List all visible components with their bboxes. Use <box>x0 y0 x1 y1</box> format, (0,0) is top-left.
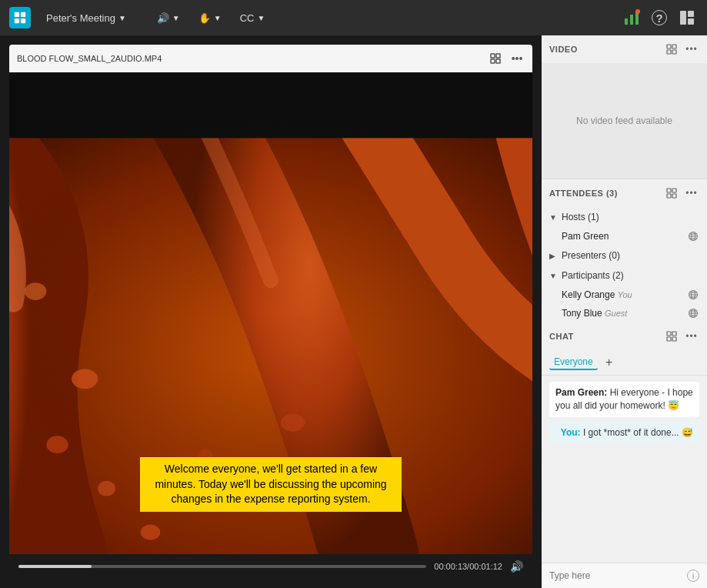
svg-rect-0 <box>15 12 19 17</box>
chat-sender-pam: Pam Green: <box>555 387 610 398</box>
chat-expand-icon[interactable] <box>664 329 679 344</box>
svg-rect-27 <box>672 45 676 48</box>
attendee-web-icon-tony <box>687 307 699 319</box>
chat-info-icon[interactable]: i <box>687 570 699 582</box>
cc-btn[interactable]: CC ▼ <box>234 9 272 27</box>
chat-add-tab-btn[interactable]: + <box>602 356 616 369</box>
chat-title: CHAT <box>549 332 574 341</box>
attendee-pam-green: Pam Green <box>542 227 707 246</box>
chat-message-self: You: I got *most* of it done... 😅 <box>549 422 699 444</box>
chat-input[interactable] <box>549 570 682 581</box>
svg-rect-33 <box>672 194 676 198</box>
video-placeholder: No video feed available <box>542 63 707 179</box>
video-more-icon[interactable]: ••• <box>684 42 699 57</box>
chat-header-icons: ••• <box>664 329 699 344</box>
participants-group-title: Participants (2) <box>562 270 624 281</box>
participants-group-header[interactable]: ▼ Participants (2) <box>542 266 707 286</box>
more-options-icon[interactable]: ••• <box>509 51 525 66</box>
svg-rect-31 <box>672 189 676 192</box>
attendees-section: ATTENDEES (3) ••• ▼ <box>542 179 707 322</box>
svg-rect-4 <box>625 18 628 25</box>
svg-rect-32 <box>667 194 671 198</box>
left-panel: BLOOD FLOW_SMALL_2AUDIO.MP4 ••• <box>0 35 542 588</box>
chat-section-header: CHAT ••• <box>542 322 707 350</box>
presenters-group-title: Presenters (0) <box>562 250 620 261</box>
svg-rect-5 <box>630 15 633 25</box>
svg-rect-26 <box>667 45 671 48</box>
hosts-group-title: Hosts (1) <box>562 212 599 222</box>
svg-rect-11 <box>491 54 495 58</box>
audio-btn[interactable]: 🔊 ▼ <box>151 9 186 27</box>
svg-rect-1 <box>21 12 25 17</box>
stats-icon[interactable] <box>621 7 642 28</box>
video-section-header: VIDEO ••• <box>542 35 707 63</box>
video-progress-fill <box>18 565 92 568</box>
attendees-section-header: ATTENDEES (3) ••• <box>542 179 707 207</box>
attendee-web-icon-pam <box>687 230 699 242</box>
chat-input-area: i <box>542 563 707 588</box>
svg-rect-50 <box>672 332 676 336</box>
help-icon[interactable]: ? <box>649 7 670 28</box>
svg-rect-2 <box>15 18 19 23</box>
video-header-controls: ••• <box>488 51 525 66</box>
cc-chevron-icon: ▼ <box>257 14 265 22</box>
svg-rect-12 <box>496 54 500 58</box>
svg-rect-3 <box>21 18 25 23</box>
svg-rect-29 <box>672 50 676 54</box>
attendee-name-tony: Tony Blue Guest <box>562 308 627 319</box>
attendees-expand-icon[interactable] <box>664 185 679 201</box>
chat-section: CHAT ••• Everyone + <box>542 322 707 588</box>
video-header-icons: ••• <box>664 42 699 57</box>
svg-rect-52 <box>672 337 676 341</box>
chat-sender-self: You: <box>561 427 583 438</box>
video-display: Welcome everyone, we'll get started in a… <box>9 72 532 554</box>
hand-icon: ✋ <box>198 12 211 24</box>
cc-label: CC <box>240 12 255 24</box>
presenters-group-header[interactable]: ▶ Presenters (0) <box>542 246 707 266</box>
chat-tab-everyone[interactable]: Everyone <box>549 355 598 370</box>
attendees-more-icon[interactable]: ••• <box>684 185 699 201</box>
video-expand-icon[interactable] <box>664 42 679 57</box>
meeting-title-chevron: ▼ <box>118 14 126 22</box>
svg-rect-49 <box>667 332 671 336</box>
video-header: BLOOD FLOW_SMALL_2AUDIO.MP4 ••• <box>9 45 532 72</box>
attendee-name-kelly: Kelly Orange You <box>562 289 632 300</box>
attendees-title: ATTENDEES (3) <box>549 189 618 198</box>
video-progress-bar[interactable] <box>18 565 426 568</box>
svg-rect-51 <box>667 337 671 341</box>
chat-more-icon[interactable]: ••• <box>684 329 699 344</box>
svg-rect-9 <box>688 11 694 17</box>
caption-text: Welcome everyone, we'll get started in a… <box>155 463 386 505</box>
svg-rect-28 <box>667 50 671 54</box>
attendee-kelly-orange: Kelly Orange You <box>542 286 707 304</box>
svg-rect-8 <box>680 11 686 25</box>
chat-messages: Pam Green: Hi everyone - I hope you all … <box>542 376 707 563</box>
hand-btn[interactable]: ✋ ▼ <box>192 9 228 27</box>
audio-chevron-icon: ▼ <box>172 14 180 22</box>
expand-video-icon[interactable] <box>488 51 503 66</box>
hosts-chevron-icon: ▼ <box>549 213 559 222</box>
svg-rect-10 <box>688 18 694 25</box>
audio-icon: 🔊 <box>157 12 169 24</box>
meeting-title-label: Peter's Meeting <box>46 12 115 24</box>
app-logo <box>9 7 31 28</box>
no-video-text: No video feed available <box>576 115 672 126</box>
video-panel-section: VIDEO ••• No video feed available <box>542 35 707 179</box>
attendee-tony-blue: Tony Blue Guest <box>542 304 707 322</box>
attendee-name-pam: Pam Green <box>562 231 609 242</box>
svg-rect-30 <box>667 189 671 192</box>
meeting-title-btn[interactable]: Peter's Meeting ▼ <box>40 9 132 27</box>
participants-chevron-icon: ▼ <box>549 272 559 280</box>
main-content: BLOOD FLOW_SMALL_2AUDIO.MP4 ••• <box>0 35 707 588</box>
video-container: BLOOD FLOW_SMALL_2AUDIO.MP4 ••• <box>9 45 532 579</box>
chat-tabs: Everyone + <box>542 350 707 376</box>
volume-icon[interactable]: 🔊 <box>510 560 523 573</box>
hosts-group-header[interactable]: ▼ Hosts (1) <box>542 207 707 227</box>
video-filename: BLOOD FLOW_SMALL_2AUDIO.MP4 <box>17 54 162 63</box>
presenters-chevron-icon: ▶ <box>549 252 559 260</box>
chat-message-pam: Pam Green: Hi everyone - I hope you all … <box>549 382 699 417</box>
svg-rect-14 <box>496 59 500 63</box>
layout-icon[interactable] <box>676 7 698 28</box>
svg-rect-13 <box>491 59 495 63</box>
video-time: 00:00:13/00:01:12 <box>434 562 502 571</box>
